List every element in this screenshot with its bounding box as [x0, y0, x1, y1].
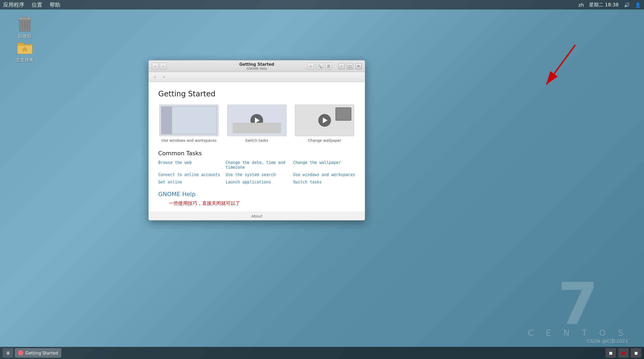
taskbar-window-label: Getting Started [25, 351, 58, 356]
trash-icon [16, 15, 33, 32]
top-menu-bar: 应用程序 位置 帮助 zh 星期二 18:38 🔊 👤 [0, 0, 644, 10]
video-label-2: Switch tasks [245, 138, 268, 143]
window-titlebar: ‹ › Getting Started GNOME Help ☆ 🔍 ☰ [149, 60, 365, 72]
taskbar-right-icon-1[interactable]: ■ [605, 348, 616, 358]
red-arrow-annotation [501, 42, 581, 121]
hamburger-icon: ☰ [327, 64, 330, 68]
menu-help[interactable]: 帮助 [50, 1, 60, 8]
search-icon: 🔍 [318, 64, 322, 68]
gnome-icon-small [18, 350, 23, 356]
maximize-icon: □ [348, 64, 352, 68]
monitor-decoration [335, 107, 351, 121]
task-switch-tasks[interactable]: Switch tasks [293, 180, 355, 185]
gnome-help-link[interactable]: GNOME Help [158, 191, 355, 197]
centos-text: C E N T O S [528, 328, 628, 338]
minimize-button[interactable]: – [338, 63, 345, 69]
close-button[interactable]: ✕ [355, 63, 362, 69]
svg-line-7 [546, 45, 575, 84]
task-get-online[interactable]: Get online [158, 180, 220, 185]
task-change-date[interactable]: Change the date, time and timezone [226, 160, 288, 170]
task-windows-workspaces[interactable]: Use windows and workspaces [293, 172, 355, 177]
svg-rect-2 [22, 17, 27, 18]
user-icon[interactable]: 👤 [635, 2, 641, 8]
taskbar-right-icon-2[interactable]: ■ [618, 348, 629, 358]
volume-icon[interactable]: 🔊 [624, 2, 630, 8]
window-content: Getting Started Use windows and workspac… [149, 82, 365, 212]
window-footer: About [149, 212, 365, 220]
video-thumbnail-3[interactable] [295, 105, 354, 136]
home-folder-label: 主文件夹 [16, 57, 34, 63]
common-tasks-title: Common Tasks [158, 150, 355, 157]
task-system-search[interactable]: Use the system search [226, 172, 288, 177]
keyboard-decoration [233, 123, 281, 133]
task-change-wallpaper[interactable]: Change the wallpaper [293, 160, 355, 170]
taskbar-left-icons: 🖥 [3, 348, 13, 358]
desktop-icon-home[interactable]: 主文件夹 [12, 39, 38, 63]
clock: 星期二 18:38 [589, 2, 619, 8]
centos-number: 7 [558, 275, 598, 333]
window-sub-title: GNOME Help [239, 67, 274, 70]
toolbar-forward-icon: › [163, 75, 165, 79]
taskbar-active-window[interactable]: Getting Started [15, 348, 61, 358]
search-button[interactable]: 🔍 [316, 63, 323, 70]
play-triangle-icon-2 [255, 117, 260, 123]
forward-icon: › [162, 64, 164, 68]
toolbar-forward-button[interactable]: › [160, 73, 168, 81]
play-triangle-icon-3 [323, 117, 328, 123]
taskbar-right-icon-3[interactable]: ■ [631, 348, 641, 358]
top-bar-left: 应用程序 位置 帮助 [3, 1, 60, 8]
menu-button[interactable]: ☰ [325, 63, 332, 70]
toolbar-back-icon: ‹ [154, 75, 156, 79]
taskbar-right: ■ ■ ■ [605, 348, 641, 358]
csdn-watermark: CSDN @幻影2021 [587, 338, 628, 344]
video-card-tasks[interactable]: Switch tasks [226, 105, 288, 143]
nav-forward-button[interactable]: › [160, 63, 167, 70]
centos-watermark: 7 C E N T O S [528, 275, 628, 338]
taskbar-icon-1: ■ [609, 351, 612, 355]
minimize-icon: – [341, 64, 343, 68]
bookmark-icon: ☆ [309, 64, 312, 68]
titlebar-controls: ☆ 🔍 ☰ – □ ✕ [307, 63, 362, 70]
menu-applications[interactable]: 应用程序 [3, 1, 24, 8]
trash-label: 回收站 [18, 33, 32, 39]
input-method-indicator: zh [578, 2, 584, 8]
gnome-help-window: ‹ › Getting Started GNOME Help ☆ 🔍 ☰ [148, 60, 365, 220]
play-button-3[interactable] [318, 114, 331, 127]
menu-places[interactable]: 位置 [32, 1, 42, 8]
video-thumbnail-1[interactable] [159, 105, 219, 136]
task-connect-online[interactable]: Connect to online accounts [158, 172, 220, 177]
titlebar-nav: ‹ › [152, 63, 167, 70]
video-label-3: Change wallpaper [308, 138, 341, 143]
taskbar-icon-3: ■ [634, 351, 638, 355]
home-folder-icon [16, 39, 33, 56]
video-label-1: Use windows and workspaces [161, 138, 217, 143]
window-title-group: Getting Started GNOME Help [239, 62, 274, 70]
nav-back-button[interactable]: ‹ [152, 63, 159, 70]
video-card-wallpaper[interactable]: Change wallpaper [294, 105, 355, 143]
taskbar-desktop-button[interactable]: 🖥 [3, 348, 13, 358]
tasks-grid: Browse the web Change the date, time and… [158, 160, 355, 185]
taskbar-icon-2: ■ [622, 351, 625, 355]
back-icon: ‹ [155, 64, 156, 68]
desktop: 应用程序 位置 帮助 zh 星期二 18:38 🔊 👤 回收站 [0, 0, 644, 359]
window-main-title: Getting Started [239, 62, 274, 67]
task-launch-apps[interactable]: Launch applications [226, 180, 288, 185]
taskbar: 🖥 Getting Started ■ ■ ■ [0, 347, 644, 359]
close-icon: ✕ [357, 64, 360, 68]
toolbar-back-button[interactable]: ‹ [151, 73, 159, 81]
desktop-icon-trash[interactable]: 回收站 [12, 15, 38, 39]
page-title: Getting Started [158, 89, 355, 98]
bookmark-button[interactable]: ☆ [307, 63, 314, 70]
desktop-icon-small: 🖥 [6, 351, 10, 356]
task-browse-web[interactable]: Browse the web [158, 160, 220, 170]
gnome-hint-text: 一些使用技巧，直接关闭就可以了 [169, 200, 355, 206]
about-link[interactable]: About [251, 214, 262, 218]
video-thumbnail-2[interactable] [227, 105, 287, 136]
video-card-windows[interactable]: Use windows and workspaces [158, 105, 220, 143]
top-bar-right: zh 星期二 18:38 🔊 👤 [578, 2, 641, 8]
video-cards-row: Use windows and workspaces Switch tasks [158, 105, 355, 143]
window-toolbar: ‹ › [149, 72, 365, 82]
maximize-button[interactable]: □ [347, 63, 353, 69]
